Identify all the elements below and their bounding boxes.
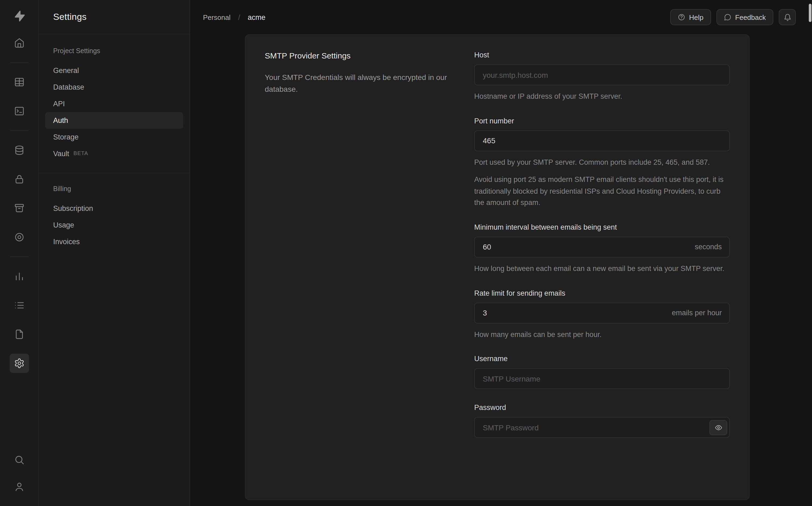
rail-divider: [10, 131, 28, 131]
sidebar-item-label: General: [53, 67, 79, 75]
username-input[interactable]: [474, 368, 730, 389]
edge-functions-icon[interactable]: [9, 228, 29, 247]
settings-sidebar: Settings Project Settings General Databa…: [39, 0, 190, 506]
smtp-settings-panel: SMTP Provider Settings Your SMTP Credent…: [245, 34, 750, 500]
sidebar-item-label: Storage: [53, 133, 79, 141]
sidebar-title: Settings: [53, 11, 86, 22]
host-field: Host Hostname or IP address of your SMTP…: [474, 51, 730, 102]
breadcrumb: Personal / acme: [203, 13, 265, 21]
sidebar-item-usage[interactable]: Usage: [45, 217, 183, 233]
main-area: Personal / acme Help Fe: [190, 0, 812, 506]
panel-description: Your SMTP Credentials will always be enc…: [265, 72, 453, 95]
settings-gear-icon[interactable]: [9, 354, 29, 373]
sidebar-item-label: Usage: [53, 221, 74, 229]
nav-rail: [0, 0, 39, 506]
sidebar-body: Project Settings General Database API Au…: [39, 34, 190, 261]
sidebar-item-label: API: [53, 100, 65, 108]
host-help: Hostname or IP address of your SMTP serv…: [474, 91, 730, 102]
username-field: Username: [474, 355, 730, 389]
docs-file-icon[interactable]: [9, 325, 29, 344]
rate-limit-label: Rate limit for sending emails: [474, 289, 730, 297]
reports-chart-icon[interactable]: [9, 267, 29, 286]
scrollbar-thumb[interactable]: [809, 4, 811, 22]
eye-icon: [715, 424, 722, 431]
search-icon[interactable]: [9, 450, 29, 470]
breadcrumb-project[interactable]: acme: [247, 13, 265, 21]
help-circle-icon: [678, 13, 685, 21]
breadcrumb-separator: /: [238, 13, 240, 21]
topbar: Personal / acme Help Fe: [190, 0, 812, 34]
section-label-project-settings: Project Settings: [39, 47, 190, 55]
panel-title: SMTP Provider Settings: [265, 51, 453, 60]
host-input[interactable]: [474, 64, 730, 85]
rail-divider: [10, 62, 28, 63]
topbar-actions: Help Feedback: [670, 9, 796, 25]
password-field: Password: [474, 404, 730, 438]
sidebar-item-api[interactable]: API: [45, 95, 183, 112]
sidebar-item-general[interactable]: General: [45, 62, 183, 79]
breadcrumb-org[interactable]: Personal: [203, 13, 231, 21]
rail-divider: [10, 256, 28, 257]
port-help: Port used by your SMTP server. Common po…: [474, 156, 730, 168]
interval-input[interactable]: [474, 237, 730, 258]
rate-limit-field: Rate limit for sending emails emails per…: [474, 289, 730, 340]
sidebar-item-label: Vault: [53, 150, 69, 158]
sidebar-item-storage[interactable]: Storage: [45, 129, 183, 146]
sidebar-item-label: Database: [53, 83, 84, 91]
sidebar-item-vault[interactable]: Vault BETA: [45, 146, 183, 162]
smtp-form: Host Hostname or IP address of your SMTP…: [474, 51, 730, 484]
app-root: Settings Project Settings General Databa…: [0, 0, 812, 506]
feedback-button[interactable]: Feedback: [717, 9, 773, 25]
section-label-billing: Billing: [39, 185, 190, 193]
sidebar-item-invoices[interactable]: Invoices: [45, 233, 183, 250]
sidebar-item-database[interactable]: Database: [45, 79, 183, 95]
port-field: Port number Port used by your SMTP serve…: [474, 117, 730, 209]
interval-help: How long between each email can a new em…: [474, 263, 730, 274]
sql-editor-icon[interactable]: [9, 101, 29, 121]
sidebar-item-auth[interactable]: Auth: [45, 112, 183, 129]
logs-list-icon[interactable]: [9, 296, 29, 315]
user-profile-icon[interactable]: [9, 477, 29, 496]
port-label: Port number: [474, 117, 730, 125]
password-label: Password: [474, 404, 730, 412]
sidebar-item-subscription[interactable]: Subscription: [45, 200, 183, 217]
sidebar-divider: [39, 173, 190, 173]
database-icon[interactable]: [9, 141, 29, 160]
sidebar-header: Settings: [39, 0, 190, 34]
port-warning: Avoid using port 25 as modern SMTP email…: [474, 174, 730, 209]
feedback-button-label: Feedback: [735, 13, 766, 21]
sidebar-item-label: Auth: [53, 116, 68, 124]
rate-limit-help: How many emails can be sent per hour.: [474, 329, 730, 340]
reveal-password-button[interactable]: [710, 420, 727, 435]
username-label: Username: [474, 355, 730, 363]
storage-icon[interactable]: [9, 198, 29, 218]
sidebar-item-label: Invoices: [53, 238, 80, 246]
speech-bubble-icon: [724, 13, 731, 21]
help-button-label: Help: [689, 13, 704, 21]
help-button[interactable]: Help: [670, 9, 711, 25]
bell-icon: [783, 13, 791, 21]
notifications-button[interactable]: [779, 9, 796, 25]
rail-bottom: [9, 450, 29, 496]
supabase-logo-icon[interactable]: [9, 6, 29, 26]
port-input[interactable]: [474, 130, 730, 151]
table-editor-icon[interactable]: [9, 72, 29, 92]
interval-field: Minimum interval between emails being se…: [474, 223, 730, 274]
sidebar-item-label: Subscription: [53, 204, 93, 213]
panel-intro: SMTP Provider Settings Your SMTP Credent…: [265, 51, 453, 484]
auth-lock-icon[interactable]: [9, 170, 29, 189]
password-input[interactable]: [474, 417, 730, 438]
app-layout: Settings Project Settings General Databa…: [0, 0, 812, 506]
beta-badge: BETA: [74, 150, 88, 156]
home-icon[interactable]: [9, 33, 29, 53]
host-label: Host: [474, 51, 730, 59]
rate-limit-input[interactable]: [474, 303, 730, 323]
interval-label: Minimum interval between emails being se…: [474, 223, 730, 231]
rail-nav: [9, 33, 29, 383]
